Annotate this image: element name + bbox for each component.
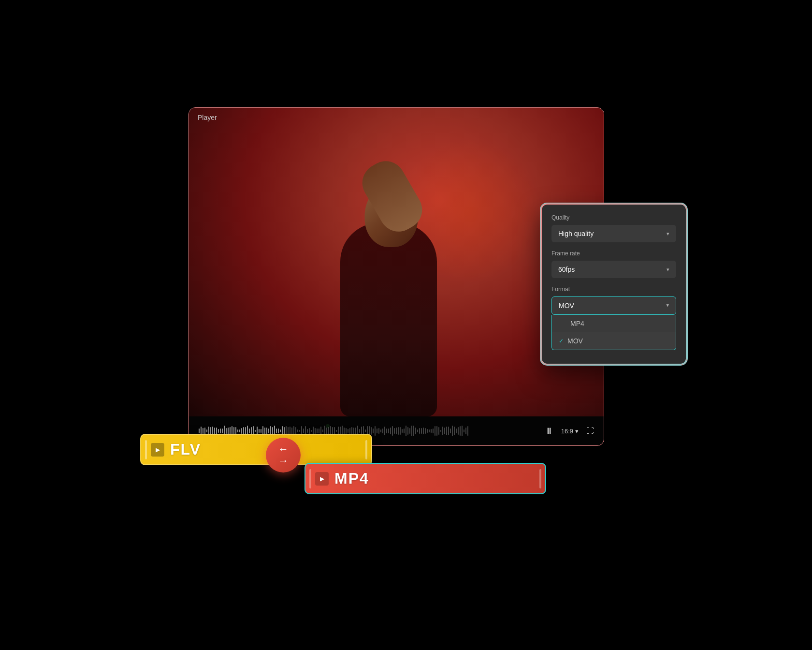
flv-play-icon: ▶ (151, 443, 164, 457)
aspect-ratio-value: 16:9 (561, 428, 573, 435)
convert-arrows-icon: ← → (278, 444, 289, 466)
right-arrow-icon: → (278, 456, 289, 466)
player-title: Player (198, 114, 217, 121)
fullscreen-button[interactable]: ⛶ (586, 427, 594, 435)
mp4-option-label: MP4 (570, 320, 584, 327)
mov-check-icon: ✓ (559, 338, 564, 344)
aspect-ratio[interactable]: 16:9 ▾ (561, 428, 579, 435)
framerate-select[interactable]: 60fps ▾ (551, 261, 676, 278)
quality-value: High quality (558, 230, 594, 237)
figure (311, 165, 466, 416)
mov-option-label: MOV (567, 337, 583, 345)
quality-label: Quality (551, 214, 676, 221)
framerate-chevron: ▾ (667, 266, 669, 273)
format-option-mov[interactable]: ✓ MOV (552, 332, 676, 350)
settings-panel: Quality High quality ▾ Frame rate 60fps … (541, 204, 686, 364)
convert-button[interactable]: ← → (266, 438, 301, 473)
quality-chevron: ▾ (667, 231, 669, 237)
format-select[interactable]: MOV ▴ (551, 296, 676, 315)
format-label: Format (551, 286, 676, 293)
pause-button[interactable]: ⏸ (545, 426, 553, 436)
format-chevron: ▴ (666, 303, 669, 309)
mp4-badge: ▶ MP4 (304, 463, 546, 494)
left-arrow-icon: ← (278, 444, 289, 455)
flv-label: FLV (170, 441, 201, 458)
format-dropdown: MP4 ✓ MOV (551, 315, 676, 350)
figure-body (340, 223, 437, 416)
quality-select[interactable]: High quality ▾ (551, 225, 676, 242)
format-value: MOV (559, 302, 574, 310)
framerate-value: 60fps (558, 266, 575, 273)
mp4-label: MP4 (334, 470, 369, 488)
aspect-ratio-chevron: ▾ (575, 428, 579, 435)
format-option-mp4[interactable]: MP4 (552, 315, 676, 332)
mp4-play-icon: ▶ (315, 472, 329, 486)
framerate-label: Frame rate (551, 250, 676, 257)
flv-badge: ▶ FLV (140, 434, 372, 465)
